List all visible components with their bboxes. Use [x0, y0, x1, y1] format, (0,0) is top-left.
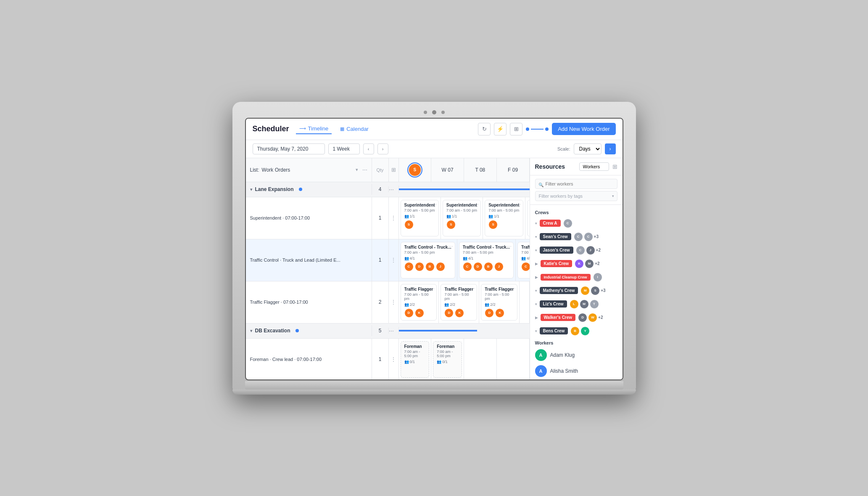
group-more-icon-lane[interactable]: ⋯: [389, 187, 394, 193]
worker-row-adam[interactable]: A Adam Klug: [530, 347, 623, 363]
laptop-bottom: [245, 381, 623, 390]
avatar-supt-3-1: S: [488, 220, 498, 229]
col-header-day-extra: F 09: [497, 158, 530, 182]
group-chevron-db[interactable]: ▾: [250, 328, 253, 334]
staff-icon-supt-2: 👥: [446, 214, 451, 218]
task-days-foreman: Foreman 7:00 am - 5:00 pm 👥 0/1: [399, 339, 530, 379]
crew-badge-matheny[interactable]: Matheny's Crew: [540, 287, 578, 294]
work-card-supt-3[interactable]: ⋯ Superintendent 7:00 am - 5:00 pm 👥 1/1: [485, 200, 523, 236]
card-more-supt-3[interactable]: ⋯: [517, 202, 521, 207]
av-tc-2-j: J: [494, 262, 504, 271]
list-more-icon[interactable]: ⋯: [362, 167, 367, 173]
card-title-tc-1: Traffic Control - Truck...: [404, 245, 451, 249]
crew-row-mathenys[interactable]: ▾ Matheny's Crew M S +3: [530, 284, 623, 297]
work-card-fl-2[interactable]: ⋯ Traffic Flagger 7:00 am - 5:00 pm 👥 2/…: [441, 284, 477, 321]
staff-count-supt-3: 1/1: [494, 214, 499, 218]
task-days-flagger: ⋯ Traffic Flagger 7:00 am - 5:00 pm 👥 2/…: [399, 281, 530, 323]
date-input[interactable]: [253, 143, 325, 154]
av-tc-1-c: C: [404, 262, 414, 271]
task-more-foreman[interactable]: ⋮: [389, 339, 399, 379]
next-button[interactable]: ›: [377, 143, 388, 154]
work-card-tc-1[interactable]: ⋯ Traffic Control - Truck... 7:00 am - 5…: [401, 242, 455, 279]
avatar-row-supt-1: S: [404, 220, 435, 229]
crew-avatar-walker-2: W: [588, 313, 597, 322]
group-more-icon-db[interactable]: ⋯: [389, 328, 394, 334]
work-card-supt-2[interactable]: ⋯ Superintendent 7:00 am - 5:00 pm 👥 1/1: [443, 200, 481, 236]
staff-count-fl-3: 2/2: [490, 302, 496, 307]
columns-button[interactable]: ⊞: [510, 123, 522, 135]
card-title-fm-2: Foreman: [437, 344, 458, 349]
work-card-supt-4[interactable]: ⋯ Superintende... 7:00 am - 5... 👥 1/1: [527, 200, 530, 236]
card-staff-supt-3: 👥 1/1: [488, 214, 519, 218]
crew-badge-walker[interactable]: Walker's Crew: [541, 314, 576, 321]
day-cell-tc-2: ⋯ Traffic Control - Truck... 7:00 am - 5…: [457, 239, 516, 281]
task-more-traffic-control[interactable]: ⋮: [389, 239, 399, 281]
crew-row-lizs[interactable]: ▾ Liz's Crew L M T: [530, 297, 623, 311]
crew-avatar-bens-1: B: [570, 326, 580, 336]
card-more-fl-2[interactable]: ⋯: [470, 286, 475, 292]
timeline-label: Timeline: [308, 125, 329, 132]
card-more-tc-1[interactable]: ⋯: [449, 244, 453, 249]
crew-avatar-a-1: C: [563, 219, 573, 228]
crew-badge-a[interactable]: Crew A: [540, 220, 561, 227]
week-select[interactable]: 1 Week: [328, 143, 360, 154]
col-header-day-t08: W 07: [431, 158, 464, 182]
scale-select[interactable]: Days: [574, 143, 602, 154]
card-more-supt-1[interactable]: ⋯: [432, 202, 437, 207]
task-more-superintendent[interactable]: ⋮: [389, 197, 399, 239]
crew-row-seans-crew[interactable]: ▾ Sean's Crew C C +3: [530, 230, 623, 244]
prev-button[interactable]: ‹: [363, 143, 374, 154]
work-card-fm-2[interactable]: Foreman 7:00 am - 5:00 pm 👥 0/1: [433, 341, 462, 378]
work-card-supt-1[interactable]: ⋯ Superintendent 7:00 am - 5:00 pm 👥 1/1: [401, 200, 439, 236]
work-card-tc-2[interactable]: ⋯ Traffic Control - Truck... 7:00 am - 5…: [459, 242, 514, 279]
task-more-flagger[interactable]: ⋮: [389, 281, 399, 323]
card-time-fm-1: 7:00 am - 5:00 pm: [404, 350, 426, 358]
crew-row-jasons-crew[interactable]: ▾ Jason's Crew C J +2: [530, 244, 623, 257]
crew-row-industrial[interactable]: ▶ Industrial Cleanup Crew I: [530, 271, 623, 284]
resources-filter-select[interactable]: Workers: [579, 162, 609, 171]
crew-row-katies-crew[interactable]: ▶ Katie's Crew K M +2: [530, 257, 623, 271]
tab-timeline[interactable]: ⟶ Timeline: [296, 124, 332, 134]
work-card-tc-3[interactable]: ⋯ Traffic Control - Truck... 7:00 am - 5…: [517, 242, 530, 279]
crew-chevron-liz: ▾: [535, 302, 537, 306]
work-card-fl-3[interactable]: ⋯ Traffic Flagger 7:00 am - 5:00 pm 👥 2/…: [481, 284, 517, 321]
card-more-tc-2[interactable]: ⋯: [507, 244, 512, 249]
crew-badge-bens[interactable]: Bens Crew: [540, 327, 568, 334]
refresh-button[interactable]: ↻: [478, 123, 491, 135]
crew-avatars-bens: B Y: [570, 326, 590, 336]
work-card-fm-1[interactable]: Foreman 7:00 am - 5:00 pm 👥 0/1: [401, 341, 430, 378]
group-chevron-lane[interactable]: ▾: [250, 187, 253, 192]
card-more-supt-2[interactable]: ⋯: [474, 202, 479, 207]
crew-row-crew-a[interactable]: ▾ Crew A C: [530, 217, 623, 230]
crew-avatar-jason-1: C: [576, 246, 585, 255]
worker-row-andy[interactable]: A Andy Bernard: [530, 379, 623, 379]
list-dropdown-icon[interactable]: ▾: [356, 167, 358, 172]
card-time-tc-1: 7:00 am - 5:00 pm: [404, 250, 451, 255]
crew-badge-katie[interactable]: Katie's Crew: [541, 260, 573, 267]
add-work-order-button[interactable]: Add New Work Order: [552, 123, 615, 135]
tab-calendar[interactable]: ▦ Calendar: [337, 124, 372, 134]
card-more-fl-3[interactable]: ⋯: [511, 286, 515, 292]
crew-badge-jason[interactable]: Jason's Crew: [540, 247, 573, 254]
scale-next-button[interactable]: ›: [605, 143, 616, 154]
crew-avatars-matheny: M S +3: [580, 286, 605, 295]
worker-row-alisha[interactable]: A Alisha Smith: [530, 363, 623, 379]
resources-filter-button[interactable]: ⊞: [612, 163, 617, 170]
slider-handle[interactable]: [545, 127, 549, 131]
worker-avatar-adam: A: [535, 349, 547, 361]
card-more-fl-1[interactable]: ⋯: [430, 286, 435, 292]
crew-badge-industrial[interactable]: Industrial Cleanup Crew: [541, 274, 591, 281]
crew-row-bens[interactable]: ▾ Bens Crew B Y: [530, 324, 623, 338]
task-row-superintendent: Superintendent · 07:00-17:00 1 ⋮ ⋯ Super…: [246, 197, 530, 239]
work-card-fl-1[interactable]: ⋯ Traffic Flagger 7:00 am - 5:00 pm 👥 2/…: [401, 284, 437, 321]
crew-row-walkers[interactable]: ▶ Walker's Crew D W +2: [530, 311, 623, 324]
avatar-row-tc-1: C D B J: [404, 262, 451, 271]
filter-button[interactable]: ⚡: [494, 123, 507, 135]
app-title: Scheduler: [253, 125, 289, 133]
tag-filter-select[interactable]: Filter workers by tags: [535, 191, 617, 201]
crew-badge-liz[interactable]: Liz's Crew: [540, 300, 567, 308]
crew-plus-matheny: +3: [601, 288, 605, 293]
worker-search-input[interactable]: [535, 179, 617, 189]
crew-badge-sean[interactable]: Sean's Crew: [540, 233, 571, 240]
staff-icon-tc-2: 👥: [463, 256, 467, 260]
